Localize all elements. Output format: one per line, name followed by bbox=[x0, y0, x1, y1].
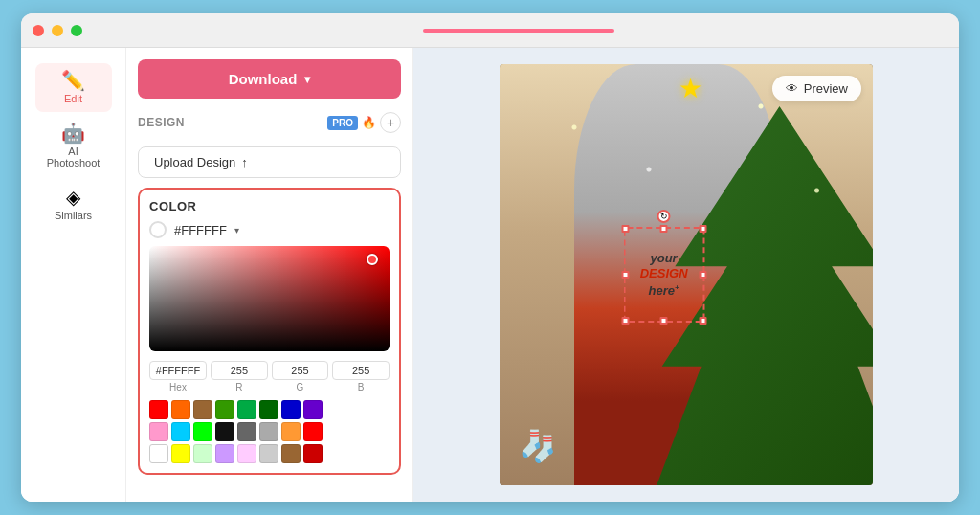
swatch[interactable] bbox=[149, 422, 168, 441]
tool-sidebar: ✏️ Edit 🤖 AI Photoshoot ◈ Similars bbox=[21, 48, 126, 502]
design-section-label: DESIGN bbox=[138, 116, 185, 129]
download-label: Download bbox=[229, 71, 298, 87]
sidebar-item-ai-photoshoot[interactable]: 🤖 AI Photoshoot bbox=[35, 116, 112, 176]
rotate-handle[interactable]: ↻ bbox=[657, 210, 671, 223]
star-decoration: ★ bbox=[679, 73, 702, 104]
handle-bottom-middle[interactable] bbox=[660, 317, 668, 325]
dot-close[interactable] bbox=[33, 25, 44, 36]
titlebar-bar bbox=[423, 29, 614, 33]
dot-maximize[interactable] bbox=[71, 25, 82, 36]
swatch-row-3 bbox=[149, 444, 390, 463]
product-image-container: ★ 🧦 👁 Preview bbox=[500, 64, 873, 485]
swatch[interactable] bbox=[303, 444, 323, 463]
swatch[interactable] bbox=[171, 422, 190, 441]
fire-icon: 🔥 bbox=[362, 116, 376, 129]
design-text: your DESIGN here+ bbox=[640, 251, 688, 300]
swatch[interactable] bbox=[281, 422, 301, 441]
color-dropdown-icon[interactable]: ▾ bbox=[234, 225, 239, 235]
canvas-area: ★ 🧦 👁 Preview bbox=[413, 48, 959, 502]
handle-middle-right[interactable] bbox=[699, 271, 706, 279]
edit-label: Edit bbox=[64, 93, 82, 104]
preview-icon: 👁 bbox=[786, 81, 798, 96]
swatch[interactable] bbox=[237, 444, 256, 463]
b-label: B bbox=[358, 382, 365, 392]
handle-top-middle[interactable] bbox=[660, 225, 668, 233]
design-text-line2: DESIGN bbox=[640, 266, 688, 280]
color-section-title: COLOR bbox=[149, 199, 390, 213]
color-circle bbox=[149, 221, 167, 238]
dot-minimize[interactable] bbox=[52, 25, 63, 36]
similars-icon: ◈ bbox=[66, 188, 80, 207]
swatch[interactable] bbox=[303, 422, 323, 441]
swatch[interactable] bbox=[237, 400, 256, 419]
r-input[interactable] bbox=[211, 361, 268, 380]
download-chevron: ▾ bbox=[304, 73, 310, 86]
picker-handle[interactable] bbox=[367, 254, 378, 265]
color-swatches bbox=[149, 400, 390, 463]
swatch[interactable] bbox=[193, 422, 212, 441]
swatch[interactable] bbox=[237, 422, 256, 441]
handle-top-left[interactable] bbox=[621, 225, 629, 233]
swatch[interactable] bbox=[215, 444, 234, 463]
swatch[interactable] bbox=[281, 444, 301, 463]
r-input-group: R bbox=[211, 361, 268, 392]
g-label: G bbox=[297, 382, 304, 392]
swatch[interactable] bbox=[215, 422, 234, 441]
browser-window: ✏️ Edit 🤖 AI Photoshoot ◈ Similars Downl… bbox=[21, 13, 959, 502]
swatch[interactable] bbox=[193, 444, 212, 463]
ai-label: AI Photoshoot bbox=[45, 146, 102, 168]
design-row: DESIGN PRO 🔥 + bbox=[138, 108, 401, 137]
preview-label: Preview bbox=[804, 81, 848, 96]
hex-label: Hex bbox=[169, 382, 187, 392]
add-design-button[interactable]: + bbox=[380, 112, 401, 133]
handle-middle-left[interactable] bbox=[621, 271, 629, 279]
stocking-decoration: 🧦 bbox=[519, 428, 557, 464]
b-input[interactable] bbox=[332, 361, 390, 380]
swatch[interactable] bbox=[171, 400, 190, 419]
pro-badge: PRO 🔥 + bbox=[327, 112, 401, 133]
swatch[interactable] bbox=[259, 422, 278, 441]
pro-tag: PRO bbox=[327, 116, 358, 130]
swatch[interactable] bbox=[259, 444, 278, 463]
swatch[interactable] bbox=[193, 400, 212, 419]
swatch[interactable] bbox=[281, 400, 301, 419]
color-section: COLOR #FFFFFF ▾ Hex bbox=[138, 188, 401, 475]
preview-button[interactable]: 👁 Preview bbox=[772, 76, 861, 101]
g-input-group: G bbox=[272, 361, 329, 392]
handle-bottom-left[interactable] bbox=[621, 317, 629, 325]
hex-input[interactable] bbox=[149, 361, 207, 380]
color-value-row[interactable]: #FFFFFF ▾ bbox=[149, 221, 390, 238]
swatch[interactable] bbox=[149, 400, 168, 419]
r-label: R bbox=[235, 382, 242, 392]
design-text-line1: your bbox=[651, 251, 678, 265]
handle-top-right[interactable] bbox=[699, 225, 706, 233]
handle-bottom-right[interactable] bbox=[699, 317, 706, 325]
swatch[interactable] bbox=[259, 400, 278, 419]
upload-design-button[interactable]: Upload Design ↑ bbox=[138, 146, 401, 178]
b-input-group: B bbox=[332, 361, 390, 392]
similars-label: Similars bbox=[55, 210, 92, 221]
upload-label: Upload Design bbox=[154, 155, 235, 169]
ai-icon: 🤖 bbox=[61, 123, 85, 143]
sidebar-item-edit[interactable]: ✏️ Edit bbox=[35, 63, 112, 112]
swatch-row-1 bbox=[149, 400, 390, 419]
browser-content: ✏️ Edit 🤖 AI Photoshoot ◈ Similars Downl… bbox=[21, 48, 959, 502]
swatch[interactable] bbox=[149, 444, 168, 463]
browser-titlebar bbox=[21, 13, 959, 48]
edit-icon: ✏️ bbox=[61, 71, 85, 90]
design-text-line3: here+ bbox=[649, 283, 679, 298]
design-overlay[interactable]: ↻ your DESIGN here+ bbox=[623, 227, 704, 323]
download-button[interactable]: Download ▾ bbox=[138, 59, 401, 99]
sidebar-item-similars[interactable]: ◈ Similars bbox=[35, 180, 112, 229]
hex-input-group: Hex bbox=[149, 361, 207, 392]
upload-icon: ↑ bbox=[241, 155, 248, 169]
swatch[interactable] bbox=[171, 444, 190, 463]
color-picker-gradient[interactable] bbox=[149, 246, 390, 351]
swatch-row-2 bbox=[149, 422, 390, 441]
panel: Download ▾ DESIGN PRO 🔥 + Upload Design … bbox=[126, 48, 413, 502]
color-inputs-row: Hex R G B bbox=[149, 361, 390, 392]
swatch[interactable] bbox=[215, 400, 234, 419]
g-input[interactable] bbox=[272, 361, 329, 380]
swatch[interactable] bbox=[303, 400, 323, 419]
color-hex-value: #FFFFFF bbox=[174, 223, 227, 237]
